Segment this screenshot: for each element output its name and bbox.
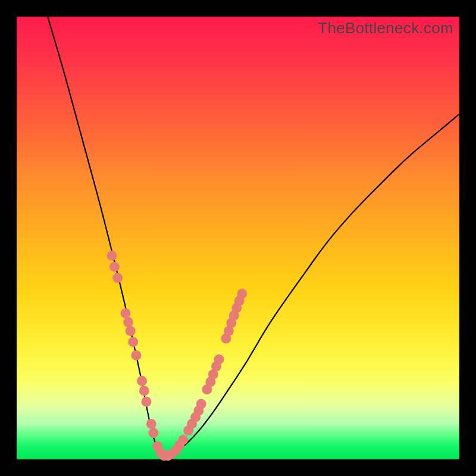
bottleneck-curve [48, 17, 459, 455]
bead-marker [131, 350, 141, 361]
bead-marker [121, 308, 131, 318]
bead-marker [142, 397, 152, 407]
bead-marker [139, 386, 149, 396]
chart-frame: TheBottleneck.com [0, 0, 476, 476]
bead-marker [128, 337, 138, 347]
bead-marker [146, 419, 156, 429]
beads-right [171, 289, 247, 455]
bead-marker [137, 376, 147, 386]
bead-marker [109, 262, 120, 272]
bead-marker [237, 289, 247, 299]
bead-marker [148, 428, 158, 438]
bead-marker [107, 250, 117, 261]
curve-svg [17, 17, 459, 459]
bead-marker [123, 317, 133, 327]
bead-marker [214, 354, 224, 364]
bead-marker [196, 399, 206, 409]
bead-marker [178, 435, 188, 445]
beads-left [107, 250, 177, 461]
plot-area: TheBottleneck.com [17, 17, 459, 459]
bead-marker [126, 326, 136, 336]
bead-marker [112, 273, 123, 283]
